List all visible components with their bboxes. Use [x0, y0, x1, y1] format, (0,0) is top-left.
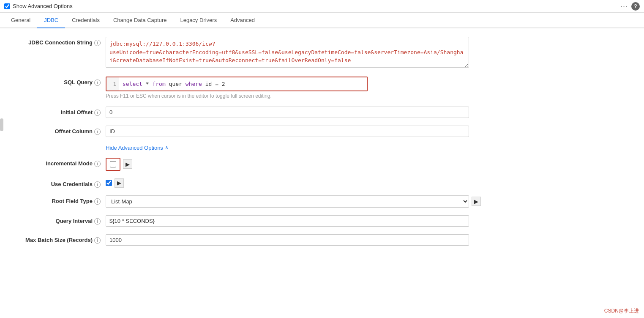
arrow-right-icon-2: ▶ — [117, 180, 121, 186]
offset-column-wrap — [106, 126, 579, 137]
tab-change-data-capture[interactable]: Change Data Capture — [106, 13, 173, 28]
root-field-type-label: Root Field Type i — [13, 195, 106, 205]
help-icon[interactable]: ? — [631, 2, 640, 11]
incremental-mode-label: Incremental Mode i — [13, 158, 106, 167]
jdbc-connection-string-input[interactable]: jdbc:mysql://127.0.0.1:3306/icw?useUnico… — [106, 37, 469, 68]
sql-text-table: quer — [169, 81, 186, 87]
incremental-mode-arrow[interactable]: ▶ — [123, 159, 132, 169]
sql-keyword-from: from — [152, 81, 165, 87]
use-credentials-checkbox[interactable] — [106, 180, 112, 186]
sql-code-display: select * from quer where id = 2 — [119, 77, 229, 90]
offset-column-info-icon[interactable]: i — [94, 129, 101, 135]
tab-jdbc[interactable]: JDBC — [37, 13, 65, 28]
sql-editor-hint: Press F11 or ESC when cursor is in the e… — [106, 93, 579, 99]
use-credentials-arrow[interactable]: ▶ — [115, 178, 124, 188]
incremental-mode-wrap: ▶ — [106, 158, 579, 171]
max-batch-size-info-icon[interactable]: i — [94, 237, 101, 244]
hide-advanced-label: Hide Advanced Options — [106, 145, 163, 151]
show-advanced-checkbox[interactable] — [4, 3, 10, 9]
query-interval-info-icon[interactable]: i — [94, 218, 101, 225]
max-batch-size-wrap — [106, 234, 579, 246]
tab-legacy-drivers[interactable]: Legacy Drivers — [173, 13, 224, 28]
query-interval-input[interactable] — [106, 215, 469, 227]
query-interval-wrap — [106, 215, 579, 227]
jdbc-connection-string-wrap: jdbc:mysql://127.0.0.1:3306/icw?useUnico… — [106, 37, 579, 69]
show-advanced-label: Show Advanced Options — [13, 3, 73, 9]
jdbc-connection-string-info-icon[interactable]: i — [94, 40, 101, 46]
chevron-up-icon: ∧ — [165, 145, 169, 151]
max-batch-size-row: Max Batch Size (Records) i — [13, 234, 579, 246]
root-field-type-wrap: List-Map Map List ▶ — [106, 195, 579, 208]
use-credentials-wrap: ▶ — [106, 178, 579, 188]
root-field-type-info-icon[interactable]: i — [94, 198, 101, 205]
tabs-bar: General JDBC Credentials Change Data Cap… — [0, 13, 644, 28]
offset-column-label: Offset Column i — [13, 126, 106, 135]
top-bar-left: Show Advanced Options — [4, 3, 73, 9]
jdbc-connection-string-label: JDBC Connection String i — [13, 37, 106, 46]
initial-offset-info-icon[interactable]: i — [94, 110, 101, 116]
arrow-right-icon: ▶ — [126, 161, 130, 167]
offset-column-row: Offset Column i — [13, 126, 579, 137]
initial-offset-row: Initial Offset i — [13, 107, 579, 118]
main-content: JDBC Connection String i jdbc:mysql://12… — [0, 28, 592, 262]
sql-query-info-icon[interactable]: i — [94, 80, 101, 86]
more-options-icon[interactable]: ··· — [620, 2, 628, 11]
root-field-type-row: Root Field Type i List-Map Map List ▶ — [13, 195, 579, 208]
max-batch-size-label: Max Batch Size (Records) i — [13, 234, 106, 244]
initial-offset-wrap — [106, 107, 579, 118]
initial-offset-input[interactable] — [106, 107, 469, 118]
jdbc-connection-string-row: JDBC Connection String i jdbc:mysql://12… — [13, 37, 579, 69]
sql-query-row: SQL Query i 1 select * from quer where i… — [13, 77, 579, 99]
sql-query-wrap: 1 select * from quer where id = 2 Press … — [106, 77, 579, 99]
use-credentials-label: Use Credentials i — [13, 178, 106, 188]
sql-line-numbers: 1 — [106, 77, 119, 90]
sql-query-label: SQL Query i — [13, 77, 106, 86]
top-bar: Show Advanced Options ··· ? — [0, 0, 644, 13]
incremental-mode-info-icon[interactable]: i — [94, 161, 101, 167]
incremental-mode-checkbox[interactable] — [110, 161, 116, 167]
incremental-mode-row: Incremental Mode i ▶ — [13, 158, 579, 171]
sql-editor-container: 1 select * from quer where id = 2 — [106, 77, 368, 91]
query-interval-label: Query Interval i — [13, 215, 106, 225]
offset-column-input[interactable] — [106, 126, 469, 137]
tab-general[interactable]: General — [4, 13, 37, 28]
left-scrollbar — [0, 118, 3, 131]
query-interval-row: Query Interval i — [13, 215, 579, 227]
sql-text-part: * — [146, 81, 153, 87]
arrow-right-icon-3: ▶ — [474, 198, 478, 205]
tab-credentials[interactable]: Credentials — [65, 13, 106, 28]
initial-offset-label: Initial Offset i — [13, 107, 106, 116]
sql-keyword-where: where — [186, 81, 202, 87]
max-batch-size-input[interactable] — [106, 234, 469, 246]
use-credentials-row: Use Credentials i ▶ — [13, 178, 579, 188]
incremental-mode-checkbox-wrap — [106, 158, 120, 171]
tab-advanced[interactable]: Advanced — [224, 13, 262, 28]
top-bar-right: ··· ? — [620, 2, 640, 11]
sql-keyword-select: select — [123, 81, 142, 87]
root-field-type-arrow[interactable]: ▶ — [472, 197, 481, 206]
sql-text-condition: id = 2 — [205, 81, 225, 87]
use-credentials-info-icon[interactable]: i — [94, 181, 101, 188]
root-field-type-select[interactable]: List-Map Map List — [106, 195, 469, 208]
hide-advanced-toggle[interactable]: Hide Advanced Options ∧ — [106, 145, 579, 151]
